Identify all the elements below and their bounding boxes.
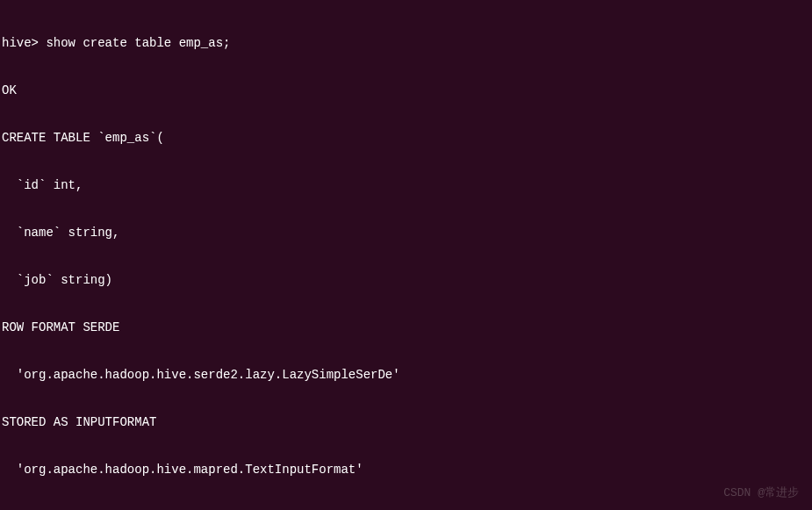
output-line: 'org.apache.hadoop.hive.serde2.lazy.Lazy… bbox=[2, 367, 810, 383]
output-line: 'org.apache.hadoop.hive.mapred.TextInput… bbox=[2, 462, 810, 478]
output-line: CREATE TABLE `emp_as`( bbox=[2, 130, 810, 146]
output-line: `name` string, bbox=[2, 225, 810, 241]
terminal-output[interactable]: hive> show create table emp_as; OK CREAT… bbox=[2, 4, 810, 510]
watermark-text: CSDN @常进步 bbox=[723, 485, 799, 501]
output-line: ROW FORMAT SERDE bbox=[2, 320, 810, 335]
output-line: `job` string) bbox=[2, 272, 810, 288]
command-line: hive> show create table emp_as; bbox=[2, 35, 810, 51]
output-line: `id` int, bbox=[2, 177, 810, 193]
output-line: STORED AS INPUTFORMAT bbox=[2, 414, 810, 430]
output-line: OK bbox=[2, 83, 810, 98]
